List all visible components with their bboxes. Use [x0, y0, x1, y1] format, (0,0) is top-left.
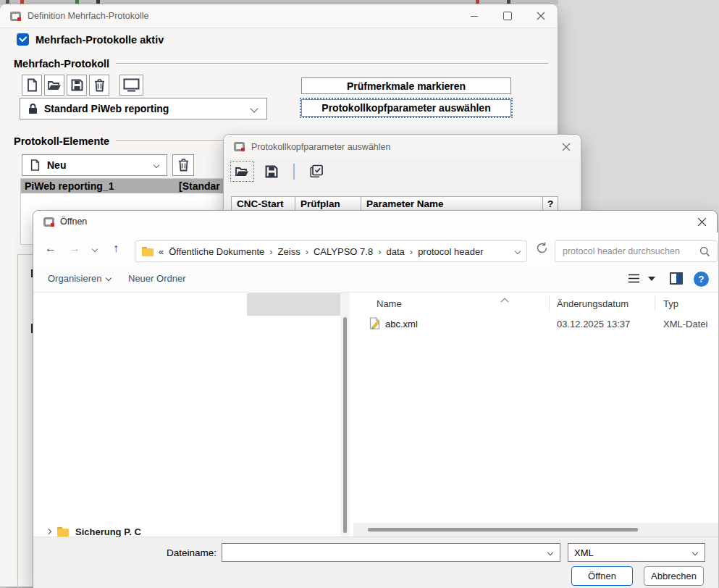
breadcrumb-separator: ›	[378, 246, 381, 257]
help-icon[interactable]: ?	[694, 272, 709, 287]
breadcrumb-overflow[interactable]: «	[159, 246, 164, 257]
protocol-template-dropdown[interactable]: Standard PiWeb reporting	[20, 98, 267, 119]
navigation-pane: Sicherung P. C	[33, 293, 340, 537]
search-icon	[699, 246, 710, 257]
breadcrumb-item[interactable]: Zeiss	[278, 246, 300, 257]
scrollbar-thumb[interactable]	[343, 317, 347, 533]
titlebar[interactable]: Protokollkopfparameter auswählen	[224, 135, 581, 159]
checkbox-label: Mehrfach-Protokolle aktiv	[35, 34, 164, 46]
filename-input[interactable]	[222, 547, 548, 558]
tree-item[interactable]: Sicherung P. C	[46, 526, 293, 537]
column-header-parameter-name[interactable]: Parameter Name	[361, 196, 543, 211]
breadcrumb-item[interactable]: Öffentliche Dokumente	[169, 246, 264, 257]
back-icon[interactable]: ←	[45, 242, 56, 255]
open-folder-icon	[48, 80, 62, 91]
scrollbar-thumb[interactable]	[368, 528, 638, 532]
window-title: Öffnen	[60, 217, 87, 227]
breadcrumb-item[interactable]: data	[386, 246, 404, 257]
address-chevron-icon[interactable]	[515, 248, 521, 254]
window-title: Definition Mehrfach-Protokolle	[28, 11, 148, 21]
new-document-icon	[30, 159, 41, 172]
open-button[interactable]: Öffnen	[571, 566, 633, 586]
mehrfach-aktiv-checkbox[interactable]	[17, 33, 29, 46]
close-icon[interactable]	[524, 4, 558, 28]
folder-icon	[57, 527, 69, 537]
monitor-icon	[123, 78, 140, 92]
forward-icon: →	[69, 242, 80, 255]
pruefmerkmale-markieren-button[interactable]: Prüfmerkmale markieren	[301, 77, 511, 94]
column-header-question[interactable]: ?	[543, 196, 558, 211]
breadcrumb-separator: ›	[410, 246, 413, 257]
close-icon[interactable]	[686, 211, 717, 232]
close-icon[interactable]	[552, 135, 581, 159]
template-dropdown-value: Standard PiWeb reporting	[44, 103, 169, 114]
calypso-app-icon	[43, 217, 54, 227]
view-mode-icon[interactable]	[628, 273, 640, 287]
new-element-dropdown[interactable]: Neu	[22, 154, 167, 176]
view-mode-chevron-icon[interactable]	[648, 277, 655, 281]
filename-combobox[interactable]	[222, 543, 560, 562]
column-header-type[interactable]: Typ	[663, 298, 678, 309]
section-mehrfach-protokoll: Mehrfach-Protokoll	[14, 58, 548, 70]
chevron-down-icon[interactable]	[547, 550, 553, 555]
column-header-cnc-start[interactable]: CNC-Start	[231, 196, 295, 211]
breadcrumb-item[interactable]: CALYPSO 7.8	[314, 246, 373, 257]
column-header-name[interactable]: Name	[377, 298, 402, 309]
filename-label: Dateiname:	[33, 547, 216, 558]
breadcrumb-separator: ›	[269, 246, 272, 257]
column-header-date[interactable]: Änderungsdatum	[557, 298, 628, 309]
element-template: [Standar	[179, 180, 220, 192]
search-box[interactable]	[555, 240, 718, 262]
titlebar[interactable]: Definition Mehrfach-Protokolle	[0, 4, 558, 28]
save-parameters-button[interactable]	[261, 161, 282, 182]
horizontal-scrollbar[interactable]	[353, 523, 718, 537]
titlebar[interactable]: Öffnen	[33, 211, 717, 232]
search-input[interactable]	[555, 246, 699, 256]
file-row[interactable]: abc.xml 03.12.2025 13:37 XML-Datei	[353, 315, 718, 333]
breadcrumb-item[interactable]: protocol header	[418, 246, 483, 257]
list-item[interactable]: PiWeb reporting_1 [Standar	[21, 179, 224, 193]
maximize-button[interactable]	[491, 4, 524, 28]
file-date: 03.12.2025 13:37	[557, 319, 630, 329]
column-separator[interactable]	[655, 296, 655, 311]
sort-ascending-icon	[500, 293, 509, 306]
up-icon[interactable]: ↑	[113, 242, 119, 255]
preview-protocol-button[interactable]	[119, 75, 143, 96]
filetype-dropdown[interactable]: XML	[568, 543, 705, 562]
new-document-icon	[26, 78, 38, 92]
trash-icon	[94, 79, 105, 92]
preview-pane-icon[interactable]	[670, 272, 683, 287]
minimize-button[interactable]	[458, 4, 491, 28]
cancel-button[interactable]: Abbrechen	[644, 566, 704, 586]
toolbar-separator	[293, 164, 295, 180]
file-list-pane: Name Änderungsdatum Typ abc.xml 03.12.20…	[353, 293, 718, 537]
address-bar[interactable]: « Öffentliche Dokumente › Zeiss › CALYPS…	[135, 240, 527, 262]
column-header-pruefplan[interactable]: Prüfplan	[295, 196, 361, 211]
protokollkopfparameter-button[interactable]: Protokollkopfparameter auswählen	[301, 99, 511, 117]
open-protocol-button[interactable]	[44, 75, 64, 96]
refresh-icon[interactable]	[536, 242, 548, 257]
folder-icon	[142, 247, 154, 256]
load-parameters-button[interactable]	[230, 161, 254, 182]
recent-locations-chevron-icon[interactable]	[92, 246, 98, 252]
organize-menu[interactable]: Organisieren	[48, 273, 111, 284]
clipboard-check-icon	[310, 164, 324, 178]
vertical-scrollbar[interactable]	[340, 293, 350, 537]
save-protocol-button[interactable]	[67, 75, 87, 96]
new-dropdown-value: Neu	[47, 159, 66, 171]
new-folder-button[interactable]: Neuer Ordner	[128, 273, 185, 284]
lock-icon	[28, 103, 38, 114]
calypso-app-icon	[10, 12, 21, 21]
new-protocol-button[interactable]	[22, 75, 42, 96]
file-type: XML-Datei	[663, 319, 707, 329]
tree-item-label: Sicherung P. C	[75, 526, 141, 537]
expander-chevron-icon[interactable]	[46, 529, 51, 534]
chevron-down-icon[interactable]	[692, 550, 698, 555]
calypso-app-icon	[234, 142, 245, 151]
delete-element-button[interactable]	[172, 154, 194, 176]
delete-protocol-button[interactable]	[89, 75, 109, 96]
select-all-button[interactable]	[306, 161, 327, 182]
trash-icon	[178, 159, 189, 172]
open-folder-icon	[235, 166, 249, 177]
column-separator[interactable]	[549, 296, 550, 311]
